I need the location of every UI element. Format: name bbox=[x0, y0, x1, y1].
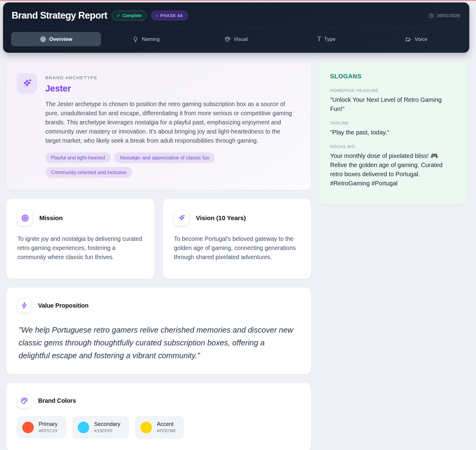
dot-icon: ● bbox=[156, 14, 158, 17]
swatch-secondary: Secondary #33CFFF bbox=[72, 416, 129, 438]
swatch-name: Primary bbox=[39, 421, 58, 427]
slogan-label: HOMEPAGE HEADLINE bbox=[330, 88, 457, 93]
value-proposition-title: Value Proposition bbox=[38, 302, 89, 309]
value-proposition-quote: "We help Portuguese retro gamers relive … bbox=[19, 323, 294, 362]
clock-icon bbox=[429, 13, 434, 18]
tab-visual-label: Visual bbox=[234, 36, 248, 42]
slogans-title: SLOGANS bbox=[330, 73, 457, 80]
palette-icon bbox=[224, 36, 231, 42]
page-top-accent-line bbox=[0, 0, 476, 1]
vision-text: To become Portugal's beloved gateway to … bbox=[174, 234, 300, 262]
slogan-text: Your monthly dose of pixelated bliss! 🎮 … bbox=[330, 151, 457, 188]
slogan-social-bio: SOCIAL BIO Your monthly dose of pixelate… bbox=[330, 144, 457, 188]
type-icon: T bbox=[317, 36, 321, 42]
tab-type[interactable]: T Type bbox=[281, 32, 371, 46]
report-header: Brand Strategy Report ✓ Complete ● PHASE… bbox=[3, 2, 469, 53]
sparkles-icon bbox=[22, 78, 33, 89]
mission-icon-chip bbox=[17, 210, 33, 226]
brand-colors-card: Brand Colors Primary #FF5733 Secondary #… bbox=[6, 383, 311, 450]
archetype-tag: Community-oriented and inclusive bbox=[45, 167, 132, 178]
tab-naming-label: Naming bbox=[142, 36, 160, 42]
slogan-label: TAGLINE bbox=[330, 121, 457, 125]
archetype-description: The Jester archetype is chosen to positi… bbox=[45, 99, 297, 145]
target-icon bbox=[40, 36, 46, 42]
slogan-text: "Play the past, today." bbox=[330, 128, 457, 137]
swatch-secondary-text: Secondary #33CFFF bbox=[94, 421, 120, 434]
status-badge: ✓ Complete bbox=[112, 11, 147, 20]
main-content: BRAND ARCHETYPE Jester The Jester archet… bbox=[6, 62, 468, 450]
mission-text: To ignite joy and nostalgia by deliverin… bbox=[17, 234, 143, 262]
archetype-tags: Playful and light-hearted Nostalgic and … bbox=[45, 152, 277, 178]
vision-card-head: Vision (10 Years) bbox=[174, 210, 300, 226]
lightning-icon bbox=[21, 302, 28, 309]
brand-archetype-card: BRAND ARCHETYPE Jester The Jester archet… bbox=[6, 62, 311, 190]
swatch-hex: #FF5733 bbox=[39, 429, 58, 434]
sparkles-icon bbox=[178, 214, 186, 222]
tab-visual[interactable]: Visual bbox=[191, 32, 281, 46]
archetype-icon-chip bbox=[17, 73, 37, 94]
slogan-homepage-headline: HOMEPAGE HEADLINE "Unlock Your Next Leve… bbox=[330, 88, 457, 113]
swatch-hex: #FFD700 bbox=[157, 429, 175, 434]
megaphone-icon bbox=[405, 36, 412, 42]
tab-overview[interactable]: Overview bbox=[11, 32, 101, 46]
status-badge-label: Complete bbox=[122, 13, 142, 18]
swatch-name: Secondary bbox=[94, 421, 120, 427]
slogan-label: SOCIAL BIO bbox=[330, 144, 457, 149]
header-title-row: Brand Strategy Report ✓ Complete ● PHASE… bbox=[3, 2, 469, 27]
swatch-hex: #33CFFF bbox=[94, 429, 120, 434]
report-date-text: 16/01/2026 bbox=[436, 13, 460, 18]
swatch-accent-circle bbox=[140, 422, 152, 433]
tab-voice-label: Voice bbox=[415, 36, 428, 42]
slogans-card: SLOGANS HOMEPAGE HEADLINE "Unlock Your N… bbox=[319, 62, 468, 205]
archetype-name: Jester bbox=[45, 84, 297, 94]
archetype-tag: Playful and light-hearted bbox=[45, 152, 111, 163]
brand-colors-icon-chip bbox=[17, 393, 31, 408]
phase-badge: ● PHASE 4A bbox=[151, 11, 188, 20]
swatch-row: Primary #FF5733 Secondary #33CFFF Accent bbox=[17, 416, 299, 438]
page-title: Brand Strategy Report bbox=[12, 10, 107, 21]
swatch-primary-circle bbox=[22, 422, 34, 433]
tab-bar: Overview Naming Visual T Type Voice bbox=[3, 27, 469, 53]
lightbulb-icon bbox=[132, 36, 139, 42]
vision-icon-chip bbox=[174, 210, 189, 226]
swatch-primary: Primary #FF5733 bbox=[17, 416, 66, 438]
target-icon bbox=[21, 214, 29, 222]
mission-card-head: Mission bbox=[17, 210, 143, 226]
check-icon: ✓ bbox=[117, 13, 120, 18]
archetype-content: BRAND ARCHETYPE Jester The Jester archet… bbox=[45, 73, 297, 178]
value-proposition-head: Value Proposition bbox=[17, 298, 299, 312]
slogan-tagline: TAGLINE "Play the past, today." bbox=[330, 121, 457, 137]
value-proposition-card: Value Proposition "We help Portuguese re… bbox=[6, 287, 311, 374]
mission-vision-row: Mission To ignite joy and nostalgia by d… bbox=[6, 198, 311, 279]
archetype-tag: Nostalgic and appreciative of classic fu… bbox=[115, 152, 215, 163]
mission-card: Mission To ignite joy and nostalgia by d… bbox=[6, 198, 155, 279]
mission-title: Mission bbox=[39, 214, 63, 222]
swatch-primary-text: Primary #FF5733 bbox=[39, 421, 58, 434]
report-date: 16/01/2026 bbox=[429, 13, 460, 18]
left-column: BRAND ARCHETYPE Jester The Jester archet… bbox=[6, 62, 311, 450]
slogan-text: "Unlock Your Next Level of Retro Gaming … bbox=[330, 95, 457, 113]
archetype-label: BRAND ARCHETYPE bbox=[45, 75, 297, 80]
swatch-secondary-circle bbox=[78, 422, 89, 433]
tab-naming[interactable]: Naming bbox=[101, 32, 191, 46]
right-column: SLOGANS HOMEPAGE HEADLINE "Unlock Your N… bbox=[319, 62, 468, 205]
vision-title: Vision (10 Years) bbox=[196, 214, 246, 222]
value-proposition-icon-chip bbox=[17, 298, 31, 312]
tab-type-label: Type bbox=[324, 36, 335, 42]
swatch-accent: Accent #FFD700 bbox=[135, 416, 184, 438]
brand-colors-title: Brand Colors bbox=[38, 397, 76, 404]
vision-card: Vision (10 Years) To become Portugal's b… bbox=[163, 198, 311, 279]
tab-overview-label: Overview bbox=[49, 36, 72, 42]
swatch-accent-text: Accent #FFD700 bbox=[157, 421, 175, 434]
tab-voice[interactable]: Voice bbox=[371, 32, 461, 46]
swatch-name: Accent bbox=[157, 421, 175, 427]
palette-icon bbox=[20, 397, 28, 405]
phase-badge-label: PHASE 4A bbox=[160, 13, 183, 18]
brand-colors-head: Brand Colors bbox=[17, 393, 299, 408]
